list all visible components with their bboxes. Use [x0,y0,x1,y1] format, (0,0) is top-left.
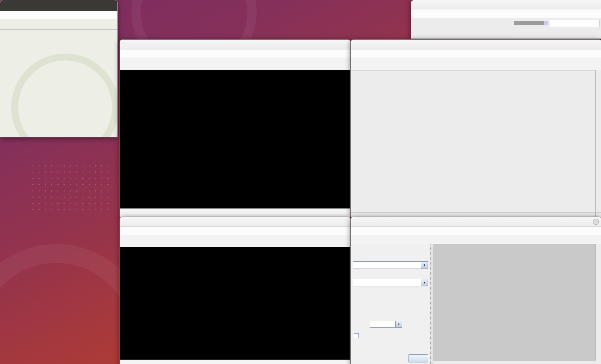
imagej-search-field[interactable] [550,20,600,27]
wallpaper-dot-pattern [30,163,114,210]
trackscheme-window [351,39,601,217]
grapher-toolbar [351,235,601,245]
x-axis-feature-value [353,262,421,269]
x-axis-feature-select[interactable]: ▼ [353,261,428,269]
bdv5-window [120,217,351,364]
mastodon-titlebar[interactable] [0,0,117,11]
context-select[interactable]: ▼ [370,321,402,328]
imagej-window [411,0,601,39]
bdv4-viewer-canvas[interactable] [120,70,350,208]
bdv4-window [120,39,351,217]
bdv5-menubar [120,227,350,235]
trackscheme-titlebar[interactable] [351,40,601,49]
trackscheme-toolbar [351,58,601,71]
bdv5-titlebar[interactable] [120,217,350,227]
bdv4-toolbar [120,58,350,71]
bdv5-viewer-canvas[interactable] [120,247,350,360]
bdv4-menubar [120,49,350,58]
grapher-titlebar[interactable] [351,217,601,227]
mastodon-window [0,0,118,137]
context-value [370,321,395,327]
imagej-statusbar [411,19,601,28]
grapher-window: ▼ ▼ ▼ [351,217,601,364]
bdv4-titlebar[interactable] [120,40,350,49]
close-icon[interactable] [593,219,599,225]
bdv5-time-slider[interactable] [120,360,350,364]
y-axis-feature-select[interactable]: ▼ [353,279,428,286]
bdv4-time-slider[interactable] [120,208,350,217]
grapher-plot-area[interactable] [433,244,596,360]
mastodon-content [0,19,117,137]
show-edges-checkbox[interactable] [354,333,359,338]
trackscheme-graph-area[interactable] [351,70,596,212]
grapher-horizontal-scrollbar[interactable] [433,360,596,364]
imagej-menubar [411,9,601,18]
grapher-vertical-scrollbar[interactable] [595,244,601,360]
plot-button[interactable] [408,354,428,362]
chevron-down-icon[interactable]: ▼ [421,262,428,269]
imagej-titlebar[interactable] [411,0,601,9]
chevron-down-icon[interactable]: ▼ [395,321,402,327]
bdv5-toolbar [120,235,350,248]
grapher-menubar [351,227,601,235]
mastodon-logo-watermark [11,54,117,137]
imagej-progressbar [514,21,548,25]
mastodon-menubar [0,11,117,19]
divider [0,29,117,29]
desktop: ▼ ▼ ▼ [0,0,601,364]
trackscheme-vertical-scrollbar[interactable] [595,70,601,212]
trackscheme-menubar [351,49,601,58]
y-axis-feature-value [353,279,421,286]
chevron-down-icon[interactable]: ▼ [421,279,428,286]
grapher-feature-panel: ▼ ▼ ▼ [351,244,430,364]
